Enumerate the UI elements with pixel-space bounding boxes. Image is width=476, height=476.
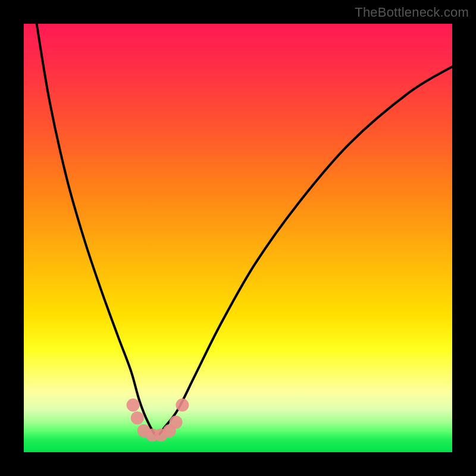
watermark-text: TheBottleneck.com (355, 5, 469, 20)
valley-point-dot (170, 416, 183, 429)
valley-point-dot (127, 399, 140, 412)
plot-area (24, 24, 452, 452)
curve-line (37, 24, 452, 435)
valley-point-dot (176, 399, 189, 412)
valley-points (127, 399, 189, 441)
chart-container: TheBottleneck.com (0, 0, 476, 476)
bottleneck-curve (37, 24, 452, 435)
chart-svg (24, 24, 452, 452)
valley-point-dot (131, 411, 144, 424)
